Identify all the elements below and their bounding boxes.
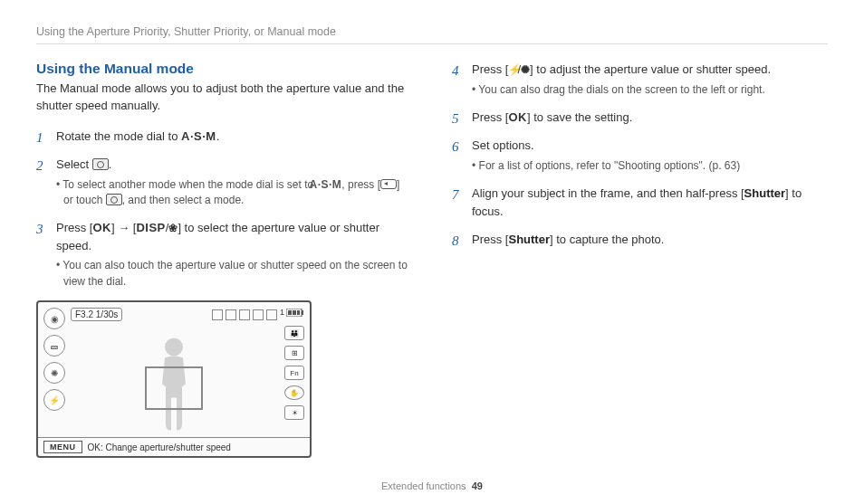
asm-glyph: A·S·M [317,177,342,193]
battery-indicator: 1 [280,308,304,317]
ok-glyph: OK [508,109,527,127]
timer-icon: ✺ [521,64,530,75]
shutter-label: Shutter [508,233,550,246]
ok-glyph: OK [92,219,111,237]
steps-left: Rotate the mode dial to A·S·M. Select . … [36,128,412,290]
step-8: Press [Shutter] to capture the photo. [452,231,828,249]
step-2-sub: To select another mode when the mode dia… [56,177,412,209]
cs-flash-icon: ⚡ [43,389,65,411]
cs-people-icon: 👪 [284,326,304,340]
svg-point-5 [165,338,183,357]
intro-text: The Manual mode allows you to adjust bot… [36,81,412,115]
step-1-text: Rotate the mode dial to [56,129,181,143]
camera-icon [106,194,122,205]
cs-stab-icon: ✋ [284,385,304,400]
camera-screen-preview: ◉ 🝙 ✺ ⚡ F3.2 1/30s 1 👪 ⊞ Fn ✋ [36,300,312,458]
step-1: Rotate the mode dial to A·S·M. [36,128,412,146]
svg-rect-4 [297,310,300,315]
cs-size-icon: ⊞ [284,346,304,360]
step-7: Align your subject in the frame, and the… [452,185,828,220]
footer-page-number: 49 [472,480,483,491]
asm-glyph: A·S·M [181,128,216,146]
step-5: Press [OK] to save the setting. [452,109,828,127]
svg-rect-1 [302,310,303,315]
cs-drive-icon: 🝙 [43,335,65,357]
focus-rectangle [145,366,203,410]
camera-mode-icon [92,158,109,170]
right-column: Press [⚡/✺] to adjust the aperture value… [452,61,828,458]
footer-section: Extended functions [381,480,466,491]
steps-right: Press [⚡/✺] to adjust the aperture value… [452,61,828,249]
breadcrumb: Using the Aperture Priority, Shutter Pri… [36,25,828,44]
back-button-icon [380,179,397,189]
step-3-sub: You can also touch the aperture value or… [56,258,412,290]
shot-counter: 1 [280,308,284,317]
menu-button-label: MENU [43,441,82,453]
cs-mode-icon: ◉ [43,308,65,329]
svg-rect-2 [288,310,292,315]
step-2-text: Select [56,157,92,171]
macro-icon: ❀ [168,223,178,233]
disp-glyph: DISP [136,219,165,237]
cs-timer-icon: ✺ [43,362,65,384]
step-3: Press [OK] → [DISP/❀] to select the aper… [36,219,412,290]
step-4-sub: You can also drag the dials on the scree… [472,82,828,98]
exposure-badge: F3.2 1/30s [71,308,122,321]
svg-rect-3 [293,310,296,315]
page-footer: Extended functions 49 [0,480,864,491]
bottom-hint: OK: Change aperture/shutter speed [88,442,231,452]
step-6-sub: For a list of options, refer to "Shootin… [472,158,828,174]
step-6: Set options. For a list of options, refe… [452,137,828,174]
left-column: Using the Manual mode The Manual mode al… [36,61,412,458]
cs-ev-icon: ☀ [284,405,304,420]
flash-icon: ⚡ [508,64,517,75]
step-4: Press [⚡/✺] to adjust the aperture value… [452,61,828,98]
section-title: Using the Manual mode [36,61,412,77]
cs-small-indicators [212,309,277,320]
step-2: Select . To select another mode when the… [36,156,412,208]
shutter-label: Shutter [744,186,786,200]
cs-fn-icon: Fn [284,366,304,380]
